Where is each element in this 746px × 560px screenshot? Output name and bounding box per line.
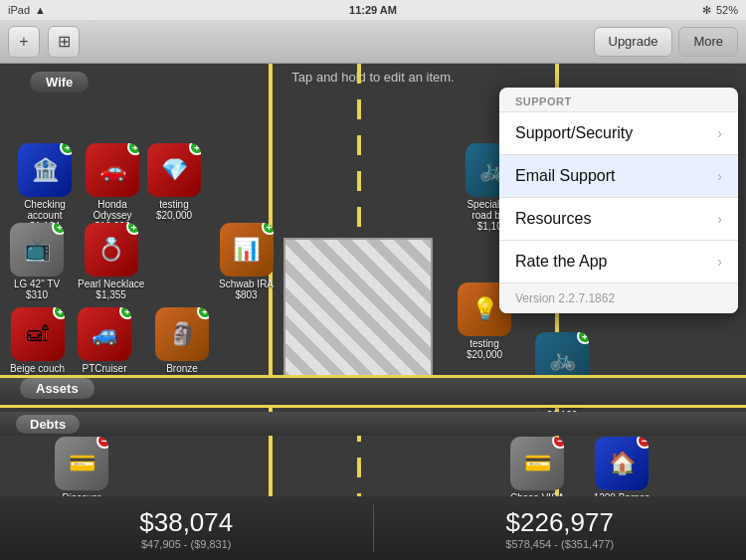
- dropdown-section-title: SUPPORT: [499, 88, 738, 111]
- chevron-icon-support-security: ›: [717, 125, 722, 141]
- asset-thumb-checking: 🏦 +: [18, 143, 72, 197]
- add-badge-testing1: +: [189, 143, 201, 155]
- add-badge-lg-tv: +: [52, 223, 64, 235]
- dropdown-label-email-support: Email Support: [515, 167, 616, 185]
- dropdown-item-email-support[interactable]: Email Support ›: [499, 154, 738, 197]
- add-badge-honda: +: [127, 143, 139, 155]
- add-badge-ptcruiser: +: [119, 307, 131, 319]
- main-area: Tap and hold to edit an item. Wife 🏦 + C…: [0, 64, 746, 560]
- asset-thumb-schwab1: 📊 +: [220, 223, 274, 277]
- asset-label-testing2: testing: [469, 338, 498, 349]
- yellow-line-bottom: [0, 405, 746, 408]
- add-badge-bronze: +: [197, 307, 209, 319]
- assets-bar: Assets: [0, 377, 746, 405]
- add-badge-schwab1: +: [262, 223, 274, 235]
- asset-label-lg-tv: LG 42" TV: [14, 279, 60, 289]
- asset-honda[interactable]: 🚗 + Honda Odyssey $12,322: [78, 143, 147, 232]
- dropdown-label-rate-app: Rate the App: [515, 253, 608, 271]
- battery-label: 52%: [716, 4, 738, 16]
- support-dropdown: SUPPORT Support/Security › Email Support…: [499, 88, 738, 313]
- add-badge-checking: +: [60, 143, 72, 155]
- asset-label-honda: Honda Odyssey: [78, 199, 147, 221]
- asset-lg-tv[interactable]: 📺 + LG 42" TV $310: [10, 223, 64, 300]
- asset-thumb-honda: 🚗 +: [86, 143, 139, 197]
- asset-thumb-ptcruiser: 🚙 +: [78, 307, 131, 361]
- footer-left-sub: $47,905 - ($9,831): [141, 538, 232, 550]
- debts-bar: Debts: [0, 412, 746, 436]
- time-display: 11:29 AM: [349, 4, 397, 16]
- add-badge-pearl: +: [126, 223, 138, 235]
- asset-thumb-pearl: 💍 +: [85, 223, 138, 277]
- asset-thumb-bronze: 🗿 +: [155, 307, 209, 361]
- asset-label-schwab1: Schwab IRA: [219, 279, 274, 289]
- dropdown-item-support-security[interactable]: Support/Security ›: [499, 111, 738, 154]
- chevron-icon-rate-app: ›: [717, 254, 722, 270]
- asset-label-testing1: testing: [159, 199, 188, 210]
- asset-couch[interactable]: 🛋 + Beige couch $750: [10, 307, 65, 385]
- asset-thumb-chase: 💳 −: [510, 437, 564, 490]
- road-line-left: [269, 64, 273, 560]
- asset-thumb-couch: 🛋 +: [11, 307, 65, 361]
- footer-right-value: $226,977: [506, 507, 614, 538]
- asset-value-schwab1: $803: [235, 289, 257, 300]
- asset-thumb-testing1: 💎 +: [147, 143, 201, 197]
- toolbar: + ⊞ Upgrade More: [0, 20, 746, 64]
- footer-right: $226,977 $578,454 - ($351,477): [374, 496, 747, 560]
- dropdown-item-resources[interactable]: Resources ›: [499, 197, 738, 240]
- dropdown-label-support-security: Support/Security: [515, 124, 633, 142]
- asset-thumb-discover: 💳 −: [55, 437, 108, 490]
- bluetooth-icon: ✻: [702, 4, 711, 17]
- hatched-area: [283, 238, 433, 387]
- carrier-label: iPad: [8, 4, 30, 16]
- asset-value-pearl: $1,355: [95, 289, 126, 300]
- split-button[interactable]: ⊞: [48, 26, 80, 58]
- asset-pearl[interactable]: 💍 + Pearl Necklace $1,355: [78, 223, 144, 300]
- footer: $38,074 $47,905 - ($9,831) $226,977 $578…: [0, 496, 746, 560]
- status-bar: iPad ▲ 11:29 AM ✻ 52%: [0, 0, 746, 20]
- chevron-icon-email-support: ›: [717, 168, 722, 184]
- remove-badge-barnes: −: [637, 437, 649, 449]
- asset-thumb-lg-tv: 📺 +: [10, 223, 64, 277]
- dropdown-label-resources: Resources: [515, 210, 591, 228]
- asset-checking[interactable]: 🏦 + Checking account $1,134: [10, 143, 80, 232]
- footer-right-sub: $578,454 - ($351,477): [505, 538, 614, 550]
- upgrade-button[interactable]: Upgrade: [594, 27, 673, 57]
- hint-text: Tap and hold to edit an item.: [0, 64, 746, 85]
- footer-left: $38,074 $47,905 - ($9,831): [0, 496, 373, 560]
- remove-badge-discover: −: [96, 437, 108, 449]
- asset-testing1[interactable]: 💎 + testing $20,000: [147, 143, 201, 221]
- dropdown-version: Version 2.2.7.1862: [499, 282, 738, 313]
- more-button[interactable]: More: [678, 27, 738, 57]
- wife-label: Wife: [30, 72, 89, 93]
- asset-label-pearl: Pearl Necklace: [78, 279, 144, 289]
- asset-value-testing2: $20,000: [466, 349, 502, 360]
- add-button[interactable]: +: [8, 26, 40, 58]
- asset-label-couch: Beige couch: [10, 363, 65, 374]
- yellow-line-top: [0, 375, 746, 378]
- asset-value-lg-tv: $310: [26, 289, 48, 300]
- remove-badge-chase: −: [552, 437, 564, 449]
- dropdown-item-rate-app[interactable]: Rate the App ›: [499, 240, 738, 282]
- asset-value-testing1: $20,000: [156, 210, 192, 221]
- wifi-icon: ▲: [35, 4, 46, 16]
- add-badge-road-bike2: +: [577, 332, 589, 344]
- add-badge-couch: +: [53, 307, 65, 319]
- asset-schwab1[interactable]: 📊 + Schwab IRA $803: [219, 223, 274, 300]
- asset-thumb-barnes: 🏠 −: [595, 437, 649, 490]
- footer-left-value: $38,074: [139, 507, 233, 538]
- asset-label-checking: Checking account: [10, 199, 80, 221]
- chevron-icon-resources: ›: [717, 211, 722, 227]
- asset-label-ptcruiser: PTCruiser: [82, 363, 126, 374]
- asset-ptcruiser[interactable]: 🚙 + PTCruiser $5,632: [78, 307, 131, 385]
- assets-label-btn[interactable]: Assets: [20, 379, 94, 397]
